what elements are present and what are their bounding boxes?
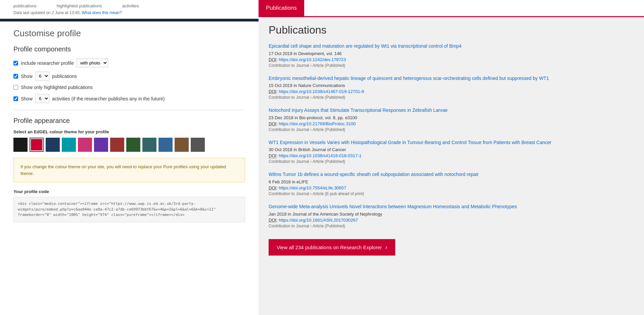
pub-title-link-0[interactable]: Epicardial cell shape and maturation are… [269,43,634,50]
publication-item-4: Wilms Tumor 1b defines a wound-specific … [269,171,634,196]
color-swatch-purple[interactable] [94,138,108,152]
pub-doi-1: DOI: https://doi.org/10.1038/s41467-019-… [269,89,634,94]
pub-meta-2: 23 Dec 2018 in Bio-protocol, vol. 8, pp.… [269,115,634,120]
pub-doi-3: DOI: https://doi.org/10.1038/s41416-018-… [269,153,634,158]
show-activities-prefix: Show [21,96,33,101]
profile-code-label: Your profile code [13,189,245,194]
publications-list: Epicardial cell shape and maturation are… [269,43,634,228]
show-publications-checkbox[interactable] [13,74,18,79]
view-all-publications-button[interactable]: View all 234 publications on Research Ex… [269,239,395,256]
pub-doi-5: DOI: https://doi.org/10.1681/ASN.2017030… [269,218,634,223]
what-does-this-mean-link[interactable]: What does this mean? [82,10,122,15]
pub-meta-3: 30 Oct 2018 in British Journal of Cancer [269,147,634,152]
show-publications-row: Show 6 publications [13,72,245,81]
pub-doi-link-0[interactable]: https://doi.org/10.1242/dev.178723 [279,57,346,62]
pub-doi-link-5[interactable]: https://doi.org/10.1681/ASN.2017030267 [279,218,358,223]
color-theme-label: Select an EdGEL colour theme for your pr… [13,129,245,134]
color-swatch-steel-blue[interactable] [158,138,173,152]
top-stats: publications highlighted publications ac… [0,0,259,19]
profile-components-title: Profile components [13,45,245,53]
publication-item-1: Embryonic mesothelial-derived hepatic li… [269,75,634,100]
doi-label-2: DOI [269,121,276,126]
show-activities-checkbox[interactable] [13,96,18,101]
show-activities-row: Show 6 activities (if the researcher pub… [13,94,245,103]
show-highlighted-row: Show only highlighted publications [13,85,245,90]
stat-row: publications highlighted publications ac… [13,3,245,8]
publications-label: publications [52,74,77,79]
doi-label-3: DOI [269,153,276,158]
pub-title-link-4[interactable]: Wilms Tumor 1b defines a wound-specific … [269,171,634,178]
warning-box: If you change the colour theme on your s… [13,158,245,182]
publication-item-0: Epicardial cell shape and maturation are… [269,43,634,68]
left-panel: publications highlighted publications ac… [0,0,259,315]
with-photo-select[interactable]: with photo [77,58,108,68]
pub-meta-0: 17 Oct 2019 in Development, vol. 146 [269,51,634,56]
activities-count-select[interactable]: 6 [35,94,49,103]
dark-divider-bar [0,19,259,21]
pub-meta-5: Jan 2018 in Journal of the American Soci… [269,212,634,217]
color-swatch-dark-red[interactable] [110,138,124,152]
include-researcher-label: Include researcher profile [21,60,74,66]
customise-profile-title: Customise profile [13,28,245,39]
color-swatch-dark-green[interactable] [126,138,140,152]
pub-contribution-0: Contribution to Journal › Article (Publi… [269,63,634,68]
show-highlighted-checkbox[interactable] [13,85,18,90]
pub-meta-1: 15 Oct 2019 in Nature Communications [269,83,634,88]
publications-tab[interactable]: Publications [259,0,304,16]
pub-contribution-2: Contribution to Journal › Article (Publi… [269,127,634,132]
pub-doi-0: DOI: https://doi.org/10.1242/dev.178723 [269,57,634,62]
doi-label-0: DOI [269,57,276,62]
pub-contribution-5: Contribution to Journal › Article (Publi… [269,224,634,228]
publications-main-title: Publications [269,24,634,36]
publication-item-5: Genome-wide Meta-analysis Unravels Novel… [269,204,634,228]
arrow-icon: › [385,244,387,251]
data-updated-row: Data last updated on 2 June at 13:45. Wh… [13,10,245,15]
pub-contribution-4: Contribution to Journal › Article (E-pub… [269,191,634,196]
color-swatch-dark-gray[interactable] [191,138,205,152]
publications-count-select[interactable]: 6 [35,72,49,81]
pub-title-link-1[interactable]: Embryonic mesothelial-derived hepatic li… [269,75,634,82]
color-swatch-black[interactable] [13,138,28,152]
doi-label-1: DOI [269,89,276,94]
publications-tab-bar: Publications [259,0,644,17]
publication-item-2: Notochord Injury Assays that Stimulate T… [269,107,634,132]
profile-code-box[interactable]: <div class="media-container"><iframe src… [13,197,245,222]
doi-label-5: DOI [269,218,276,223]
doi-label-4: DOI [269,185,276,190]
color-swatch-pink[interactable] [78,138,92,152]
color-swatch-red[interactable] [30,138,44,152]
publications-content: Publications Epicardial cell shape and m… [259,17,644,262]
pub-contribution-1: Contribution to Journal › Article (Publi… [269,95,634,100]
left-content: Customise profile Profile components Inc… [0,21,259,232]
pub-doi-2: DOI: https://doi.org/10.21769/BioProtoc.… [269,121,634,126]
show-highlighted-label: Show only highlighted publications [21,85,93,90]
show-activities-label: activities (if the researcher publishes … [52,96,165,101]
profile-appearance-title: Profile appearance [13,117,245,125]
include-researcher-checkbox[interactable] [13,61,18,65]
pub-doi-link-3[interactable]: https://doi.org/10.1038/s41416-018-0317-… [279,153,361,158]
color-swatch-dark-teal[interactable] [142,138,156,152]
view-all-label: View all 234 publications on Research Ex… [277,244,382,250]
pub-doi-4: DOI: https://doi.org/10.7554/eLife.30657 [269,185,634,190]
pub-title-link-5[interactable]: Genome-wide Meta-analysis Unravels Novel… [269,204,634,210]
right-panel: Publications Publications Epicardial cel… [259,0,644,315]
pub-doi-link-1[interactable]: https://doi.org/10.1038/s41467-019-12701… [279,89,364,94]
include-researcher-row: Include researcher profile with photo [13,58,245,68]
pub-contribution-3: Contribution to Journal › Article (Publi… [269,159,634,164]
color-swatch-navy[interactable] [46,138,60,152]
publication-item-3: WT1 Expression in Vessels Varies with Hi… [269,139,634,164]
stat-publications: publications [13,3,37,8]
color-swatches-container [13,138,245,152]
color-swatch-brown[interactable] [175,138,189,152]
pub-doi-link-2[interactable]: https://doi.org/10.21769/BioProtoc.3100 [279,121,356,126]
pub-meta-4: 6 Feb 2018 in eLIFE [269,179,634,184]
section-divider [13,110,245,110]
stat-activities: activities [122,3,139,8]
warning-text: If you change the colour theme on your s… [20,164,226,176]
color-swatch-teal[interactable] [62,138,76,152]
pub-title-link-2[interactable]: Notochord Injury Assays that Stimulate T… [269,107,634,114]
stat-highlighted: highlighted publications [57,3,102,8]
show-label: Show [21,74,33,79]
pub-doi-link-4[interactable]: https://doi.org/10.7554/eLife.30657 [279,185,346,190]
pub-title-link-3[interactable]: WT1 Expression in Vessels Varies with Hi… [269,139,634,146]
